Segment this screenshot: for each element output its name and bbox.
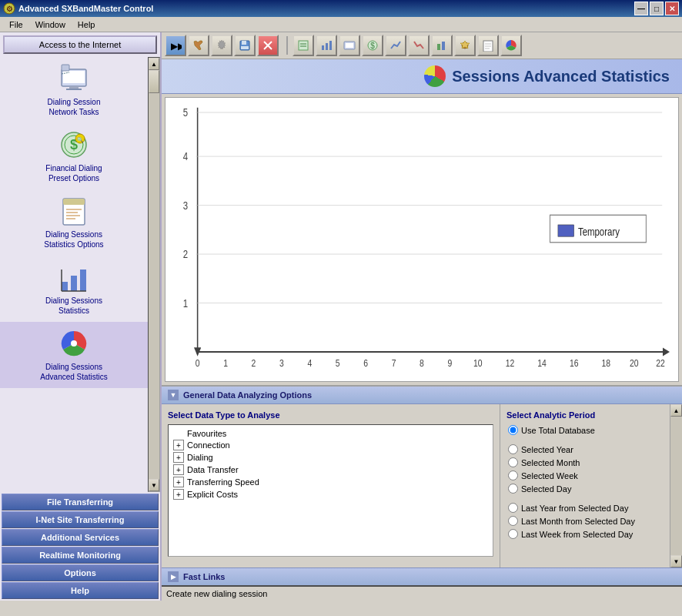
menu-file[interactable]: File [3, 18, 29, 31]
tree-item-transfer-speed[interactable]: + Transferring Speed [172, 476, 490, 488]
sidebar-item-dialing-session[interactable]: Dialing SessionNetwork Tasks [0, 57, 148, 123]
inet-site-btn[interactable]: I-Net Site Transferring [2, 511, 159, 528]
sidebar-item-financial[interactable]: $ 🔍 Financial DialingPreset Options [0, 123, 148, 189]
radio-selected-week[interactable]: Selected Week [506, 470, 664, 481]
radio-label-selected-year: Selected Year [521, 445, 573, 454]
analytic-period-options: Use Total Database Selected Year Selec [506, 424, 664, 540]
svg-rect-19 [62, 282, 68, 291]
scrollbar-down-btn[interactable]: ▼ [149, 479, 159, 491]
toolbar-btn-wrench[interactable] [188, 35, 209, 56]
lower-scrollbar-track[interactable] [670, 417, 682, 555]
lower-scrollbar-up-btn[interactable]: ▲ [670, 404, 682, 417]
additional-services-btn[interactable]: Additional Services [2, 529, 159, 546]
lower-panel-content: Select Data Type to Analyse Favourites +… [162, 404, 682, 567]
sidebar-scrollbar[interactable]: ▲ ▼ [148, 57, 160, 492]
status-bar: Create new dialing session [162, 585, 682, 601]
scrollbar-track[interactable] [149, 70, 159, 479]
radio-label-last-week: Last Week from Selected Day [521, 530, 633, 539]
fast-links-title: Fast Links [183, 572, 225, 581]
svg-rect-37 [329, 41, 332, 50]
menu-window[interactable]: Window [29, 18, 72, 31]
maximize-button[interactable]: □ [650, 2, 664, 15]
svg-text:7: 7 [392, 357, 396, 368]
radio-last-year[interactable]: Last Year from Selected Day [506, 502, 664, 514]
dialing-session-icon [59, 63, 89, 94]
radio-selected-day[interactable]: Selected Day [506, 483, 664, 494]
svg-text:3: 3 [279, 357, 284, 368]
toolbar-btn-r4[interactable]: $ [362, 35, 383, 56]
app-icon: ⚙ [3, 2, 15, 15]
toolbar-btn-r6[interactable] [408, 35, 430, 56]
toolbar-btn-save[interactable] [234, 35, 256, 56]
toolbar-btn-r5[interactable] [385, 35, 406, 56]
svg-text:20: 20 [630, 357, 639, 368]
svg-text:6: 6 [363, 357, 368, 368]
tree-expand-explicit-costs[interactable]: + [173, 489, 184, 500]
file-transferring-btn[interactable]: File Transferring [2, 494, 159, 511]
radio-use-total[interactable]: Use Total Database [506, 424, 664, 436]
lower-scrollbar-down-btn[interactable]: ▼ [670, 555, 682, 567]
sidebar-item-dialing-stats[interactable]: Dialing SessionsStatistics [0, 256, 148, 322]
svg-text:0: 0 [196, 357, 200, 368]
toolbar-btn-r9[interactable] [477, 35, 499, 56]
radio-last-month[interactable]: Last Month from Selected Day [506, 515, 664, 527]
toolbar-btn-r1[interactable] [293, 35, 314, 56]
sidebar-item-stats-options[interactable]: Dialing SessionsStatistics Options [0, 189, 148, 256]
tree-item-favourites[interactable]: Favourites [186, 428, 490, 439]
sidebar-item-dialing-session-label: Dialing SessionNetwork Tasks [48, 97, 101, 117]
main-container: Access to the Internet [0, 32, 682, 601]
scrollbar-thumb[interactable] [149, 70, 159, 93]
toolbar-btn-r7[interactable] [431, 35, 453, 56]
toolbar-btn-r3[interactable] [339, 35, 360, 56]
options-btn[interactable]: Options [2, 564, 159, 581]
svg-rect-5 [66, 89, 82, 90]
fast-links-expand-btn[interactable]: ▶ [168, 571, 179, 582]
svg-text:10: 10 [473, 357, 483, 368]
svg-rect-4 [69, 86, 79, 89]
access-internet-button[interactable]: Access to the Internet [3, 35, 157, 54]
toolbar-btn-gear[interactable] [211, 35, 232, 56]
radio-input-selected-month[interactable] [508, 457, 518, 467]
help-btn[interactable]: Help [2, 582, 159, 599]
close-button[interactable]: ✕ [665, 2, 679, 15]
realtime-monitoring-btn[interactable]: Realtime Monitoring [2, 547, 159, 564]
radio-input-selected-week[interactable] [508, 470, 518, 480]
tree-expand-dialing[interactable]: + [173, 452, 184, 463]
svg-text:18: 18 [602, 357, 611, 368]
toolbar-btn-r10[interactable] [500, 35, 522, 56]
financial-icon: $ 🔍 [59, 129, 89, 160]
toolbar-btn-close[interactable] [257, 35, 279, 56]
lower-panel-scrollbar[interactable]: ▲ ▼ [670, 404, 682, 567]
dialing-stats-icon [59, 262, 89, 293]
menu-help[interactable]: Help [72, 18, 102, 31]
radio-input-selected-day[interactable] [508, 484, 518, 494]
radio-label-last-year: Last Year from Selected Day [521, 504, 628, 513]
radio-input-selected-year[interactable] [508, 444, 518, 454]
svg-rect-32 [299, 41, 308, 50]
toolbar-btn-r8[interactable] [454, 35, 476, 56]
toolbar-btn-forward[interactable]: ▶▶ [165, 35, 186, 56]
sidebar-item-advanced-stats[interactable]: Dialing SessionsAdvanced Statistics [0, 322, 148, 388]
collapse-btn[interactable]: ▼ [168, 390, 179, 400]
scrollbar-up-btn[interactable]: ▲ [149, 58, 159, 70]
tree-expand-connection[interactable]: + [173, 440, 184, 450]
toolbar-separator [286, 36, 288, 55]
tree-item-connection[interactable]: + Connection [172, 439, 490, 451]
tree-item-dialing[interactable]: + Dialing [172, 451, 490, 464]
radio-selected-year[interactable]: Selected Year [506, 444, 664, 455]
radio-input-last-month[interactable] [508, 516, 518, 526]
page-title: Sessions Advanced Statistics [452, 68, 670, 85]
radio-input-last-year[interactable] [508, 503, 518, 513]
tree-expand-data-transfer[interactable]: + [173, 464, 184, 475]
radio-last-week[interactable]: Last Week from Selected Day [506, 528, 664, 540]
tree-item-explicit-costs[interactable]: + Explicit Costs [172, 488, 490, 500]
header-panel: Sessions Advanced Statistics [162, 59, 682, 94]
radio-input-last-week[interactable] [508, 529, 518, 539]
toolbar-btn-r2[interactable] [316, 35, 337, 56]
tree-expand-transfer-speed[interactable]: + [173, 477, 184, 487]
minimize-button[interactable]: — [634, 2, 648, 15]
lower-panel-title: General Data Analyzing Options [183, 390, 312, 400]
radio-input-use-total[interactable] [508, 425, 518, 435]
radio-selected-month[interactable]: Selected Month [506, 457, 664, 468]
tree-item-data-transfer[interactable]: + Data Transfer [172, 464, 490, 476]
